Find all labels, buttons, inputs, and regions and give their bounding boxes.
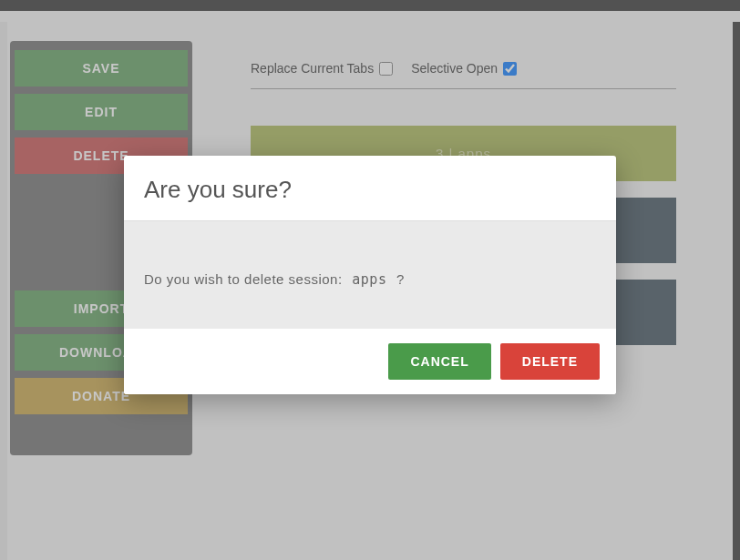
modal-session-name: apps (352, 271, 386, 288)
cancel-button[interactable]: CANCEL (388, 343, 490, 380)
modal-title: Are you sure? (124, 156, 616, 221)
modal-suffix: ? (396, 271, 405, 287)
modal-body: Do you wish to delete session: apps ? (124, 221, 616, 329)
modal-prompt: Do you wish to delete session: (144, 271, 343, 287)
confirm-delete-button[interactable]: DELETE (500, 343, 600, 380)
modal-footer: CANCEL DELETE (124, 329, 616, 394)
confirm-modal: Are you sure? Do you wish to delete sess… (124, 156, 616, 394)
